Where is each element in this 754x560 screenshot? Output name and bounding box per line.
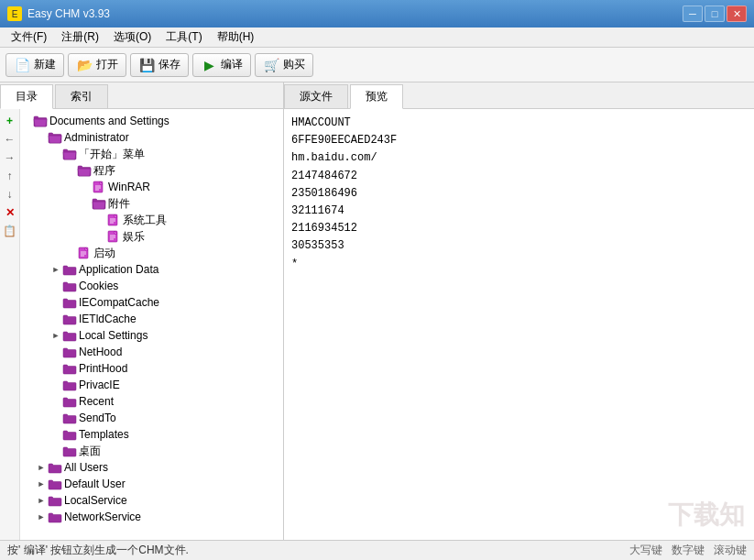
- tree-expand-icon[interactable]: ►: [35, 478, 48, 490]
- tree-down-button[interactable]: ↓: [2, 186, 18, 203]
- tree-expand-icon[interactable]: ►: [35, 494, 48, 507]
- maximize-button[interactable]: □: [705, 5, 725, 22]
- menu-options[interactable]: 选项(O): [106, 27, 158, 47]
- tree-expand-icon[interactable]: [49, 362, 62, 375]
- tree-node-label: SendTo: [79, 412, 116, 424]
- tab-source[interactable]: 源文件: [284, 84, 348, 108]
- compile-button[interactable]: ▶ 编译: [192, 53, 251, 77]
- folder-icon: [62, 346, 77, 358]
- menu-register[interactable]: 注册(R): [54, 27, 106, 47]
- tree-expand-icon[interactable]: [49, 148, 62, 160]
- file-icon: [106, 230, 121, 243]
- tree-expand-icon[interactable]: [49, 280, 62, 292]
- tree-expand-icon[interactable]: ►: [49, 263, 62, 276]
- status-indicators: 大写键 数字键 滚动键: [629, 543, 747, 558]
- folder-icon: [33, 115, 48, 127]
- folder-icon: [62, 395, 77, 408]
- tree-row[interactable]: WinRAR: [20, 179, 283, 195]
- close-button[interactable]: ✕: [727, 5, 747, 22]
- tree-expand-icon[interactable]: [64, 247, 77, 259]
- tree-expand-icon[interactable]: [20, 115, 33, 127]
- new-button[interactable]: 📄 新建: [5, 53, 64, 77]
- menu-help[interactable]: 帮助(H): [210, 27, 262, 47]
- left-panel: 目录 索引 + ← → ↑ ↓ ✕ 📋 Documents and Settin…: [0, 82, 284, 540]
- tree-toolbar: + ← → ↑ ↓ ✕ 📋: [0, 109, 20, 540]
- tree-row[interactable]: 附件: [20, 195, 283, 212]
- tree-row[interactable]: IECompatCache: [20, 294, 283, 311]
- menu-file[interactable]: 文件(F): [4, 27, 54, 47]
- content-line: 2147484672: [291, 168, 747, 185]
- tree-row[interactable]: 启动: [20, 245, 283, 261]
- tree-expand-icon[interactable]: ►: [49, 329, 62, 342]
- minimize-button[interactable]: ─: [683, 5, 703, 22]
- tree-node-label: PrintHood: [79, 362, 127, 375]
- tab-toc[interactable]: 目录: [0, 84, 53, 109]
- tree-expand-icon[interactable]: [49, 313, 62, 325]
- tree-right-button[interactable]: →: [2, 149, 18, 166]
- tree-row[interactable]: Documents and Settings: [20, 113, 283, 129]
- tree-expand-icon[interactable]: [93, 230, 106, 243]
- tree-expand-icon[interactable]: [79, 181, 92, 193]
- tree-expand-icon[interactable]: [49, 428, 62, 441]
- tree-node-label: PrivacIE: [79, 379, 120, 391]
- tree-expand-icon[interactable]: [49, 346, 62, 358]
- buy-button[interactable]: 🛒 购买: [255, 53, 313, 77]
- tree-expand-icon[interactable]: [49, 412, 62, 424]
- tree-view[interactable]: Documents and Settings Administrator 「开始…: [20, 109, 283, 540]
- tree-delete-button[interactable]: ✕: [2, 204, 18, 221]
- tree-expand-icon[interactable]: [49, 395, 62, 408]
- main-area: 目录 索引 + ← → ↑ ↓ ✕ 📋 Documents and Settin…: [0, 82, 754, 540]
- tree-row[interactable]: PrivacIE: [20, 377, 283, 393]
- tree-row[interactable]: Administrator: [20, 129, 283, 146]
- tree-row[interactable]: ► All Users: [20, 459, 283, 476]
- tree-row[interactable]: 系统工具: [20, 212, 283, 228]
- buy-icon: 🛒: [263, 57, 279, 73]
- tree-node-label: 系统工具: [123, 213, 167, 228]
- tree-copy-button[interactable]: 📋: [2, 223, 18, 239]
- tree-expand-icon[interactable]: [49, 379, 62, 391]
- tree-left-button[interactable]: ←: [2, 131, 18, 148]
- tree-expand-icon[interactable]: [93, 214, 106, 226]
- folder-icon: [77, 164, 92, 177]
- tree-node-label: Default User: [64, 478, 126, 490]
- tree-row[interactable]: Templates: [20, 426, 283, 443]
- tree-row[interactable]: 桌面: [20, 443, 283, 459]
- tree-row[interactable]: ► Application Data: [20, 261, 283, 278]
- content-line: 6FFE90EECAED243F: [291, 132, 747, 149]
- scroll-lock-indicator: 滚动键: [714, 543, 747, 558]
- tree-row[interactable]: 程序: [20, 162, 283, 179]
- tree-row[interactable]: ► Default User: [20, 476, 283, 492]
- tree-row[interactable]: Cookies: [20, 278, 283, 294]
- folder-icon: [62, 445, 77, 457]
- menu-tools[interactable]: 工具(T): [158, 27, 209, 47]
- tree-row[interactable]: ► NetworkService: [20, 509, 283, 525]
- tab-preview[interactable]: 预览: [350, 84, 403, 109]
- tree-row[interactable]: ► LocalService: [20, 492, 283, 509]
- tree-node-label: Cookies: [79, 280, 118, 292]
- tree-row[interactable]: NetHood: [20, 344, 283, 360]
- tree-row[interactable]: PrintHood: [20, 360, 283, 377]
- menu-bar: 文件(F) 注册(R) 选项(O) 工具(T) 帮助(H): [0, 27, 754, 48]
- tree-node-label: Administrator: [64, 131, 129, 144]
- tree-node-label: 「开始」菜单: [79, 147, 145, 162]
- status-text: 按' 编译' 按钮立刻生成一个CHM文件.: [7, 543, 629, 558]
- tree-row[interactable]: IETldCache: [20, 311, 283, 327]
- tree-add-button[interactable]: +: [2, 113, 18, 129]
- tree-expand-icon[interactable]: ►: [35, 511, 48, 523]
- tree-up-button[interactable]: ↑: [2, 168, 18, 184]
- tree-expand-icon[interactable]: [49, 296, 62, 309]
- tree-expand-icon[interactable]: ►: [35, 461, 48, 474]
- tree-expand-icon[interactable]: [79, 197, 92, 210]
- tree-row[interactable]: SendTo: [20, 410, 283, 426]
- tree-expand-icon[interactable]: [64, 164, 77, 177]
- tab-index[interactable]: 索引: [55, 84, 108, 108]
- toolbar: 📄 新建 📂 打开 💾 保存 ▶ 编译 🛒 购买: [0, 48, 754, 82]
- save-button[interactable]: 💾 保存: [130, 53, 189, 77]
- open-button[interactable]: 📂 打开: [68, 53, 126, 77]
- tree-row[interactable]: Recent: [20, 393, 283, 410]
- tree-expand-icon[interactable]: [35, 131, 48, 144]
- tree-row[interactable]: 「开始」菜单: [20, 146, 283, 162]
- tree-row[interactable]: ► Local Settings: [20, 327, 283, 344]
- tree-expand-icon[interactable]: [49, 445, 62, 457]
- tree-row[interactable]: 娱乐: [20, 228, 283, 245]
